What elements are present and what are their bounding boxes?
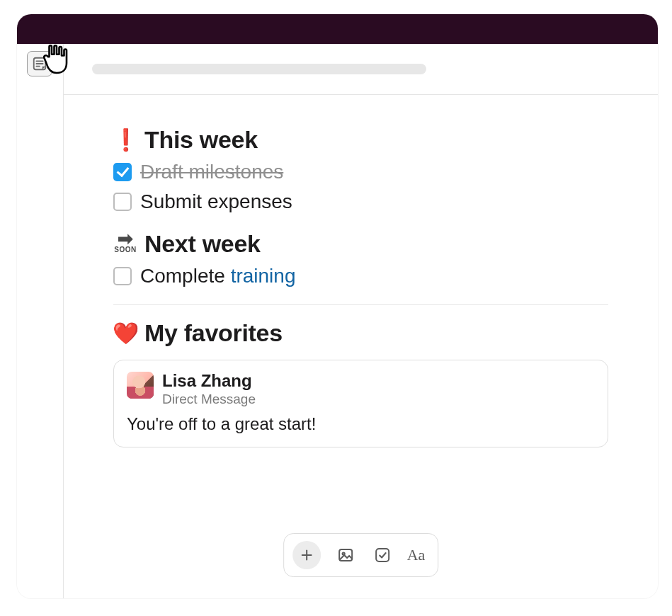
checklist-button[interactable]: [370, 543, 394, 567]
sidebar: [17, 44, 64, 598]
section-heading-favorites: ❤️ My favorites: [113, 319, 608, 347]
titlebar: [17, 14, 658, 44]
soon-emoji: ➡ SOON: [113, 234, 137, 253]
checkbox[interactable]: [113, 163, 132, 181]
card-subtitle: Direct Message: [162, 392, 256, 407]
bottom-toolbar: Aa: [283, 533, 439, 577]
plus-icon: [299, 547, 314, 563]
section-heading-next-week: ➡ SOON Next week: [113, 230, 608, 258]
avatar: [127, 372, 154, 399]
checkbox[interactable]: [113, 267, 132, 285]
canvas-note-icon: [32, 56, 47, 72]
checklist-item-label[interactable]: Complete training: [140, 265, 295, 287]
header: [64, 44, 658, 95]
exclamation-emoji: ❗: [113, 130, 137, 151]
training-link[interactable]: training: [231, 265, 296, 287]
image-icon: [337, 547, 354, 564]
svg-rect-8: [376, 549, 389, 561]
heart-emoji: ❤️: [113, 323, 137, 344]
checkbox[interactable]: [113, 193, 132, 211]
checklist-next-week: Complete training: [113, 265, 608, 287]
heading-text: My favorites: [144, 319, 283, 347]
add-button[interactable]: [292, 541, 321, 569]
divider: [113, 304, 608, 305]
checklist-item-label[interactable]: Draft milestones: [140, 161, 283, 183]
checklist-item: Draft milestones: [113, 161, 608, 183]
canvas-button[interactable]: [27, 51, 52, 76]
image-button[interactable]: [334, 543, 358, 567]
checklist-item-label[interactable]: Submit expenses: [140, 190, 292, 213]
card-message: You're off to a great start!: [127, 414, 595, 434]
title-placeholder[interactable]: [92, 64, 426, 74]
main-area: ❗ This week Draft milestones Submit expe…: [64, 44, 658, 598]
document-content[interactable]: ❗ This week Draft milestones Submit expe…: [64, 95, 658, 447]
checkbox-icon: [374, 547, 391, 564]
section-heading-this-week: ❗ This week: [113, 126, 608, 154]
heading-text: This week: [144, 126, 258, 154]
checklist-item: Submit expenses: [113, 190, 608, 213]
card-user-name: Lisa Zhang: [162, 372, 256, 390]
checklist-item: Complete training: [113, 265, 608, 287]
text-format-button[interactable]: Aa: [407, 546, 426, 564]
checklist-this-week: Draft milestones Submit expenses: [113, 161, 608, 213]
message-card[interactable]: Lisa Zhang Direct Message You're off to …: [113, 360, 608, 447]
heading-text: Next week: [144, 230, 261, 258]
app-window: ❗ This week Draft milestones Submit expe…: [17, 14, 658, 598]
